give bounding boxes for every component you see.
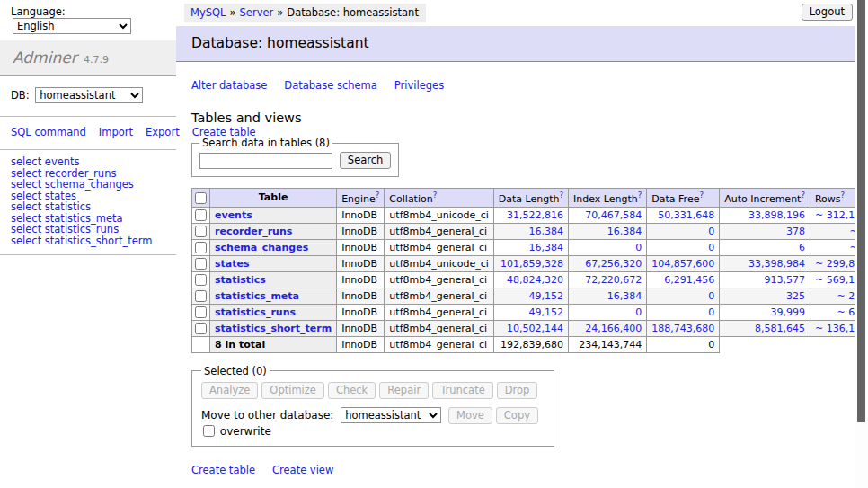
table-name-link[interactable]: statistics <box>215 274 266 286</box>
db-select[interactable]: homeassistant <box>35 87 143 103</box>
row-checkbox-cell <box>192 239 210 255</box>
search-input[interactable] <box>199 153 332 169</box>
data-length-link[interactable]: 49,152 <box>529 290 564 302</box>
row-checkbox[interactable] <box>195 258 207 270</box>
data-length-link[interactable]: 49,152 <box>529 306 564 318</box>
auto-increment-link[interactable]: 378 <box>786 226 805 237</box>
row-checkbox[interactable] <box>195 306 207 318</box>
breadcrumb-link-mysql[interactable]: MySQL <box>190 6 226 19</box>
index-length-link[interactable]: 0 <box>635 306 642 318</box>
column-help-link[interactable]: ? <box>801 191 805 200</box>
row-checkbox[interactable] <box>195 242 207 253</box>
row-checkbox[interactable] <box>195 209 207 221</box>
row-checkbox[interactable] <box>195 274 207 286</box>
app-header: Adminer 4.7.9 <box>0 40 176 76</box>
drop-button[interactable]: Drop <box>497 382 538 399</box>
table-name-link[interactable]: statistics_short_term <box>215 323 332 334</box>
move-db-select[interactable]: homeassistant <box>341 407 441 423</box>
table-name-link[interactable]: recorder_runs <box>215 226 292 237</box>
auto-increment-link[interactable]: 33,398,984 <box>748 258 805 270</box>
index-length-link[interactable]: 67,256,320 <box>585 258 642 270</box>
row-checkbox[interactable] <box>195 290 207 302</box>
sidebar-select-events[interactable]: select events <box>11 156 165 168</box>
sidebar-select-schema_changes[interactable]: select schema_changes <box>11 179 165 191</box>
data-length-link[interactable]: 10,502,144 <box>507 323 563 334</box>
column-header-label: Engine <box>341 193 376 205</box>
logout-button[interactable]: Logout <box>802 4 853 21</box>
action-link-privileges[interactable]: Privileges <box>394 79 444 92</box>
data-free-link[interactable]: 0 <box>708 226 714 237</box>
data-free-link[interactable]: 0 <box>708 290 714 302</box>
data-free-link[interactable]: 0 <box>708 306 714 318</box>
vertical-scrollbar[interactable] <box>855 0 868 488</box>
action-link-alter-database[interactable]: Alter database <box>191 79 267 92</box>
auto-increment-link[interactable]: 39,999 <box>770 306 805 318</box>
data-free-link[interactable]: 6,291,456 <box>664 274 714 286</box>
data-length-link[interactable]: 16,384 <box>529 242 564 253</box>
sidebar-select-statistics_runs[interactable]: select statistics_runs <box>11 224 165 235</box>
create-link-create-view[interactable]: Create view <box>272 464 333 476</box>
action-link-database-schema[interactable]: Database schema <box>284 79 376 92</box>
column-help-link[interactable]: ? <box>376 191 380 200</box>
index-length-link[interactable]: 70,467,584 <box>585 209 642 221</box>
truncate-button[interactable]: Truncate <box>432 382 493 399</box>
auto-increment-link[interactable]: 913,577 <box>764 274 805 286</box>
adminer-logo-link[interactable]: Adminer <box>13 49 77 67</box>
scrollbar-thumb[interactable] <box>857 0 865 422</box>
auto-increment-link[interactable]: 325 <box>786 290 805 302</box>
auto-increment-link[interactable]: 8,581,645 <box>755 323 805 334</box>
analyze-button[interactable]: Analyze <box>201 382 258 399</box>
table-name-link[interactable]: schema_changes <box>215 242 308 253</box>
index-length-cell: 24,166,400 <box>569 320 647 336</box>
copy-button[interactable]: Copy <box>496 407 538 424</box>
table-name-link[interactable]: events <box>215 209 252 221</box>
column-help-link[interactable]: ? <box>433 191 438 200</box>
sidebar-link-sql-command[interactable]: SQL command <box>11 126 86 138</box>
language-select[interactable]: English <box>13 18 131 34</box>
column-help-link[interactable]: ? <box>841 191 846 200</box>
optimize-button[interactable]: Optimize <box>261 382 324 399</box>
data-length-link[interactable]: 101,859,328 <box>500 258 563 270</box>
select-all-checkbox[interactable] <box>195 192 207 204</box>
engine-cell: InnoDB <box>337 288 385 304</box>
sidebar-select-statistics_short_term[interactable]: select statistics_short_term <box>11 235 165 247</box>
data-length-link[interactable]: 48,824,320 <box>507 274 563 286</box>
data-length-link[interactable]: 31,522,816 <box>507 209 563 221</box>
data-free-cell: 188,743,680 <box>647 320 720 336</box>
auto-increment-link[interactable]: 33,898,196 <box>748 209 805 221</box>
data-free-link[interactable]: 188,743,680 <box>651 323 714 334</box>
search-button[interactable]: Search <box>340 152 392 169</box>
create-link-create-table[interactable]: Create table <box>191 464 255 476</box>
index-length-link[interactable]: 24,166,400 <box>585 323 642 334</box>
column-help-link[interactable]: ? <box>699 191 704 200</box>
table-name-cell: statistics_short_term <box>210 320 337 336</box>
column-help-link[interactable]: ? <box>638 191 642 200</box>
index-length-link[interactable]: 16,384 <box>607 226 642 237</box>
table-name-link[interactable]: statistics_runs <box>215 306 296 318</box>
sidebar-link-import[interactable]: Import <box>99 126 133 138</box>
index-length-link[interactable]: 0 <box>635 242 642 253</box>
move-button[interactable]: Move <box>448 407 492 424</box>
column-help-link[interactable]: ? <box>560 191 564 200</box>
sidebar-select-statistics[interactable]: select statistics <box>11 201 165 213</box>
table-name-link[interactable]: states <box>215 258 250 270</box>
check-button[interactable]: Check <box>328 382 376 399</box>
auto-increment-link[interactable]: 6 <box>799 242 805 253</box>
repair-button[interactable]: Repair <box>379 382 429 399</box>
table-name-link[interactable]: statistics_meta <box>215 290 299 302</box>
data-length-link[interactable]: 16,384 <box>529 226 564 237</box>
row-checkbox-cell <box>192 255 210 271</box>
data-free-cell: 6,291,456 <box>647 271 720 288</box>
row-checkbox[interactable] <box>195 323 207 334</box>
data-free-link[interactable]: 104,857,600 <box>651 258 714 270</box>
breadcrumb-link-server[interactable]: Server <box>240 6 274 19</box>
overwrite-checkbox[interactable] <box>203 425 215 437</box>
index-length-link[interactable]: 72,220,672 <box>585 274 642 286</box>
table-row: statisticsInnoDButf8mb4_general_ci48,824… <box>192 271 868 288</box>
engine-cell: InnoDB <box>337 304 385 320</box>
row-checkbox[interactable] <box>195 226 207 237</box>
data-free-link[interactable]: 0 <box>708 242 714 253</box>
sidebar-link-export[interactable]: Export <box>146 126 180 138</box>
index-length-link[interactable]: 16,384 <box>607 290 642 302</box>
data-free-link[interactable]: 50,331,648 <box>658 209 714 221</box>
